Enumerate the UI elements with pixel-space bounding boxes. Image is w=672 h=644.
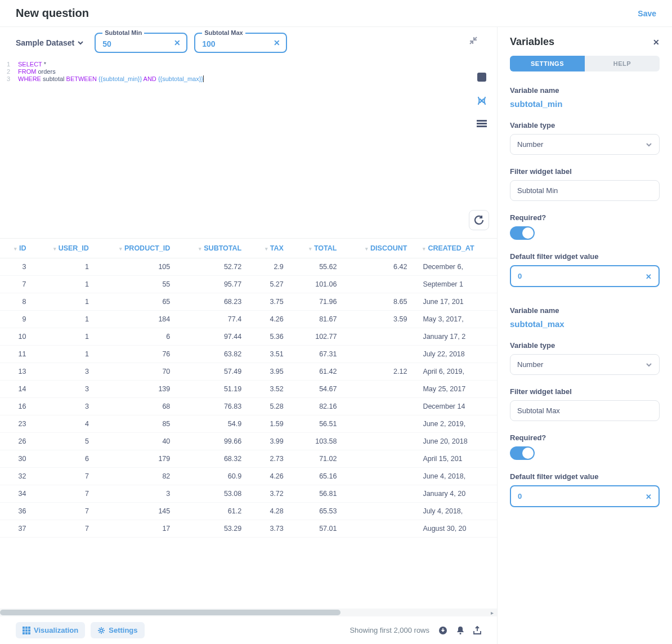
clear-icon[interactable]: ✕ — [646, 492, 652, 500]
table-cell: 71.96 — [292, 293, 345, 311]
table-cell: 53.08 — [178, 485, 249, 503]
table-cell: 102.77 — [292, 328, 345, 346]
table-cell: 7 — [34, 520, 96, 538]
filter-value: 50 — [102, 39, 180, 48]
tab-settings[interactable]: SETTINGS — [510, 56, 585, 71]
table-cell — [344, 520, 415, 538]
table-cell: June 2, 2019, — [415, 415, 497, 433]
variable-type-select[interactable]: Number — [510, 134, 660, 155]
clear-icon[interactable]: ✕ — [274, 38, 280, 47]
table-cell: 1 — [34, 311, 96, 328]
svg-point-15 — [100, 629, 103, 632]
table-cell — [344, 503, 415, 520]
table-cell: 3.59 — [344, 311, 415, 328]
table-cell: 99.66 — [178, 433, 249, 450]
table-cell: 32 — [0, 468, 34, 485]
table-cell: 3 — [97, 485, 178, 503]
sidebar-tabs: SETTINGS HELP — [510, 56, 660, 71]
default-value-input[interactable]: 0✕ — [510, 485, 660, 507]
table-cell: December 14 — [415, 398, 497, 415]
column-header[interactable]: ▾USER_ID — [34, 239, 96, 258]
variable-name: subtotal_max — [510, 319, 660, 329]
run-query-button[interactable] — [469, 210, 489, 230]
table-cell: 52.72 — [178, 258, 249, 276]
row-count: Showing first 2,000 rows — [350, 626, 429, 634]
save-button[interactable]: Save — [638, 9, 656, 18]
sql-editor: 123 SELECT * FROM orders WHERE subtotal … — [0, 59, 497, 239]
table-cell: 145 — [97, 503, 178, 520]
horizontal-scrollbar[interactable]: ▸ — [0, 609, 497, 616]
required-toggle[interactable] — [510, 446, 535, 460]
variable-name: subtotal_min — [510, 99, 660, 109]
visualization-button[interactable]: Visualization — [16, 622, 85, 638]
filter-subtotal-min[interactable]: Subtotal Min 50 ✕ — [95, 33, 187, 53]
table-cell: 3 — [0, 258, 34, 276]
column-header[interactable]: ▾TOTAL — [292, 239, 345, 258]
table-cell: April 15, 201 — [415, 450, 497, 468]
bell-icon[interactable] — [456, 626, 464, 635]
column-header[interactable]: ▾PRODUCT_ID — [97, 239, 178, 258]
table-cell: 68 — [97, 398, 178, 415]
required-toggle[interactable] — [510, 226, 535, 240]
dataset-selector[interactable]: Sample Dataset — [16, 38, 83, 47]
sql-code[interactable]: SELECT * FROM orders WHERE subtotal BETW… — [14, 59, 497, 238]
table-cell: 5.36 — [249, 328, 292, 346]
table-cell — [344, 415, 415, 433]
svg-rect-14 — [28, 632, 30, 634]
column-header[interactable]: ▾DISCOUNT — [344, 239, 415, 258]
variable-type-select[interactable]: Number — [510, 354, 660, 375]
table-cell: 5.28 — [249, 398, 292, 415]
table-cell: 95.77 — [178, 276, 249, 293]
table-row: 3278260.94.2665.16June 4, 2018, — [0, 468, 497, 485]
snippets-icon[interactable] — [477, 72, 487, 82]
label-required: Required? — [510, 213, 660, 222]
table-cell: 9 — [0, 311, 34, 328]
table-row: 3771753.293.7357.01August 30, 20 — [0, 520, 497, 538]
settings-button[interactable]: Settings — [91, 622, 144, 638]
download-icon[interactable] — [438, 626, 447, 635]
table-cell: 30 — [0, 450, 34, 468]
table-cell: 8.65 — [344, 293, 415, 311]
table-cell: 3.99 — [249, 433, 292, 450]
column-header[interactable]: ▾TAX — [249, 239, 292, 258]
table-cell: 139 — [97, 381, 178, 398]
table-cell: 4.28 — [249, 503, 292, 520]
table-cell: 3 — [34, 398, 96, 415]
reference-icon[interactable] — [477, 119, 487, 127]
table-cell: 37 — [0, 520, 34, 538]
widget-label-input[interactable]: Subtotal Max — [510, 400, 660, 421]
widget-label-input[interactable]: Subtotal Min — [510, 180, 660, 201]
column-header[interactable]: ▾ID — [0, 239, 34, 258]
table-cell: May 3, 2017, — [415, 311, 497, 328]
contract-icon[interactable] — [469, 36, 478, 45]
clear-icon[interactable]: ✕ — [646, 272, 652, 280]
grid-icon — [23, 627, 30, 634]
column-header[interactable]: ▾CREATED_AT — [415, 239, 497, 258]
column-header[interactable]: ▾SUBTOTAL — [178, 239, 249, 258]
close-icon[interactable]: ✕ — [653, 38, 660, 47]
table-cell: 7 — [34, 503, 96, 520]
table-cell: 65.16 — [292, 468, 345, 485]
table-cell: 54.67 — [292, 381, 345, 398]
filter-subtotal-max[interactable]: Subtotal Max 100 ✕ — [194, 33, 287, 53]
tab-help[interactable]: HELP — [585, 56, 660, 71]
table-cell: 17 — [97, 520, 178, 538]
filter-value: 100 — [202, 39, 279, 48]
table-cell: August 30, 20 — [415, 520, 497, 538]
label-widget-label: Filter widget label — [510, 387, 660, 396]
table-cell: 1 — [34, 276, 96, 293]
table-cell: 16 — [0, 398, 34, 415]
svg-rect-5 — [477, 126, 487, 127]
table-cell: 7 — [34, 485, 96, 503]
share-icon[interactable] — [473, 626, 481, 635]
svg-rect-9 — [23, 629, 25, 632]
variables-icon[interactable] — [477, 96, 487, 106]
table-cell: 2.73 — [249, 450, 292, 468]
svg-rect-8 — [28, 627, 30, 629]
table-cell: 3.95 — [249, 363, 292, 381]
table-cell: 57.01 — [292, 520, 345, 538]
table-cell: 101.06 — [292, 276, 345, 293]
default-value-input[interactable]: 0✕ — [510, 265, 660, 287]
clear-icon[interactable]: ✕ — [174, 38, 181, 47]
label-variable-type: Variable type — [510, 121, 660, 129]
